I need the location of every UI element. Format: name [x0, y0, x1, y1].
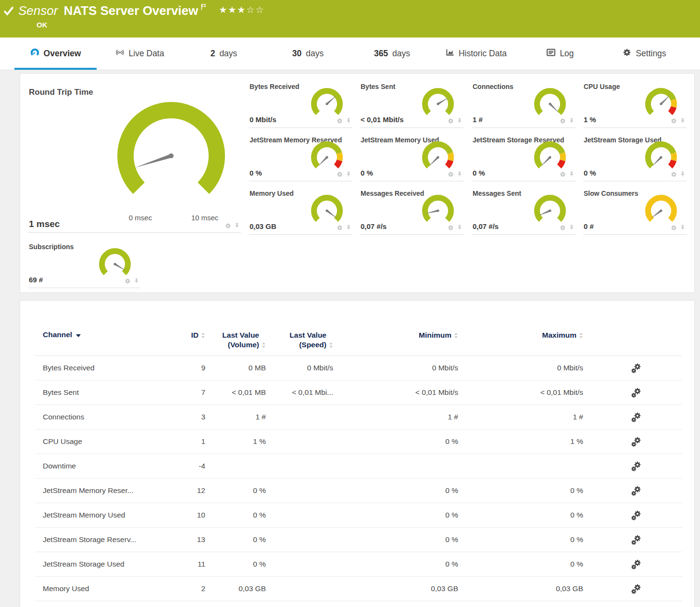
gauge-pin-icon[interactable]	[346, 117, 351, 124]
channel-row-bytes-sent: Bytes Sent 7 < 0,01 MB < 0,01 Mbi... < 0…	[35, 380, 682, 405]
gauge-settings-icon[interactable]	[671, 171, 677, 177]
last-value-speed: 0 Mbit/s	[266, 364, 333, 372]
sort-icon[interactable]	[201, 332, 205, 339]
gauge-actions	[337, 171, 351, 177]
channel-id: 2	[186, 584, 205, 593]
gauge-value: 0 #	[584, 222, 594, 230]
channel-actions	[583, 437, 682, 447]
column-header-id[interactable]: ID	[186, 330, 205, 340]
gauge-settings-icon[interactable]	[337, 118, 343, 124]
sort-icon[interactable]	[262, 342, 266, 348]
gauge-bytes-received: Bytes Received 0 Mbit/s	[249, 80, 352, 128]
gauge-icon	[30, 48, 39, 60]
gauge-pin-icon[interactable]	[346, 224, 351, 231]
channel-id: 12	[186, 486, 205, 495]
column-header-last-value-volume[interactable]: Last Value(Volume)	[205, 330, 266, 350]
gauge-cpu-usage: CPU Usage 1 %	[583, 80, 687, 128]
tab-number: 365	[374, 49, 388, 59]
gauge-value: 0,07 #/s	[361, 222, 387, 230]
channel-settings-icon[interactable]	[631, 461, 641, 471]
gauge-pin-icon[interactable]	[569, 224, 575, 231]
channel-settings-icon[interactable]	[631, 437, 641, 447]
channel-settings-icon[interactable]	[631, 535, 641, 545]
channel-actions	[583, 461, 682, 471]
minimum-value: 0,03 GB	[333, 584, 458, 593]
channel-name: CPU Usage	[35, 437, 186, 446]
tab-2-days[interactable]: 2days	[182, 38, 266, 70]
gauge-dial	[307, 193, 347, 227]
priority-stars[interactable]: ★★★☆☆	[219, 4, 264, 15]
sort-desc-icon[interactable]	[76, 334, 81, 337]
gauge-settings-icon[interactable]	[448, 171, 454, 177]
sort-icon[interactable]	[579, 332, 583, 339]
gauge-settings-icon[interactable]	[125, 278, 131, 284]
gauge-pin-icon[interactable]	[569, 117, 575, 124]
channel-row-bytes-received: Bytes Received 9 0 MB 0 Mbit/s 0 Mbit/s …	[35, 356, 682, 380]
gauge-pin-icon[interactable]	[457, 171, 462, 177]
gauge-title: Round Trip Time	[28, 80, 241, 97]
tab-30-days[interactable]: 30days	[266, 38, 350, 70]
gauge-settings-icon[interactable]	[560, 118, 566, 124]
column-header-maximum[interactable]: Maximum	[458, 330, 583, 340]
gauge-pin-icon[interactable]	[134, 278, 139, 284]
tab-365-days[interactable]: 365days	[350, 38, 434, 70]
channel-settings-icon[interactable]	[631, 388, 641, 398]
gauge-pin-icon[interactable]	[680, 117, 686, 124]
gauge-bytes-sent: Bytes Sent < 0,01 Mbit/s	[360, 80, 463, 128]
gauge-actions	[671, 171, 686, 177]
gauge-pin-icon[interactable]	[234, 222, 240, 229]
channel-id: 7	[186, 388, 205, 397]
ok-check-icon	[3, 6, 14, 17]
column-header-minimum[interactable]: Minimum	[333, 330, 458, 340]
gauge-actions	[125, 278, 139, 284]
channel-name: Bytes Received	[35, 364, 186, 372]
channel-id: 9	[186, 364, 205, 372]
tab-overview[interactable]: Overview	[13, 38, 98, 70]
channel-row-cpu-usage: CPU Usage 1 1 % 0 % 1 %	[35, 430, 682, 454]
gauge-dial	[530, 140, 570, 174]
gauge-actions	[225, 222, 240, 229]
sort-icon[interactable]	[454, 332, 458, 339]
gauge-settings-icon[interactable]	[225, 223, 231, 229]
gauge-pin-icon[interactable]	[457, 117, 462, 124]
channel-settings-icon[interactable]	[631, 486, 641, 496]
gauge-actions	[448, 171, 462, 177]
maximum-value: 1 %	[458, 437, 583, 446]
gauge-pin-icon[interactable]	[680, 171, 686, 177]
gauge-pin-icon[interactable]	[680, 224, 686, 231]
channel-settings-icon[interactable]	[631, 510, 641, 520]
sort-icon[interactable]	[329, 342, 333, 348]
maximum-value: 0 Mbit/s	[458, 364, 583, 372]
gauge-settings-icon[interactable]	[560, 171, 566, 177]
gauge-value: 0 %	[250, 169, 262, 177]
tab-label: days	[392, 49, 410, 59]
tab-number: 2	[211, 49, 215, 59]
gauge-settings-icon[interactable]	[337, 171, 343, 177]
gauge-pin-icon[interactable]	[457, 224, 462, 231]
gauge-settings-icon[interactable]	[448, 225, 454, 231]
tab-historic-data[interactable]: Historic Data	[434, 38, 518, 70]
maximum-value: 1 #	[458, 413, 583, 421]
gauge-settings-icon[interactable]	[337, 225, 343, 231]
gauge-pin-icon[interactable]	[346, 171, 351, 177]
tab-log[interactable]: Log	[518, 38, 602, 70]
channel-settings-icon[interactable]	[631, 363, 641, 373]
sensor-status-bar: Sensor NATS Server Overview ★★★☆☆ OK	[0, 0, 700, 38]
gauge-pin-icon[interactable]	[569, 171, 575, 177]
channel-settings-icon[interactable]	[631, 559, 641, 569]
gauge-settings-icon[interactable]	[560, 225, 566, 231]
gauge-value: 1 msec	[29, 219, 60, 229]
gauge-settings-icon[interactable]	[448, 118, 454, 124]
minimum-value: 0 %	[333, 486, 458, 495]
channel-actions	[583, 559, 682, 569]
gauge-jetstream-memory-reserved: JetStream Memory Reserved 0 %	[249, 133, 352, 181]
flag-icon[interactable]	[201, 3, 206, 13]
channel-settings-icon[interactable]	[631, 412, 641, 422]
gauge-settings-icon[interactable]	[671, 225, 677, 231]
column-header-channel[interactable]: Channel	[35, 330, 186, 339]
tab-live-data[interactable]: Live Data	[98, 38, 182, 70]
column-header-last-value-speed[interactable]: Last Value(Speed)	[266, 330, 333, 350]
tab-settings[interactable]: Settings	[602, 38, 687, 70]
channel-settings-icon[interactable]	[631, 584, 641, 594]
gauge-settings-icon[interactable]	[671, 118, 677, 124]
